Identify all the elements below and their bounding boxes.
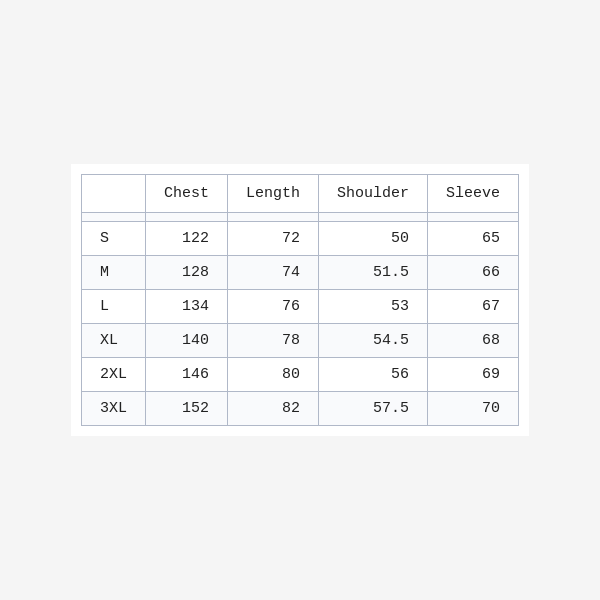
cell-sleeve: 69: [428, 358, 519, 392]
table-spacer-row: [81, 213, 518, 222]
cell-sleeve: 66: [428, 256, 519, 290]
cell-shoulder: 56: [319, 358, 428, 392]
cell-length: 80: [227, 358, 318, 392]
cell-length: 74: [227, 256, 318, 290]
cell-chest: 140: [145, 324, 227, 358]
table-row: 3XL1528257.570: [81, 392, 518, 426]
cell-shoulder: 50: [319, 222, 428, 256]
cell-size: S: [81, 222, 145, 256]
cell-chest: 152: [145, 392, 227, 426]
size-chart-table: Chest Length Shoulder Sleeve S122725065M…: [81, 174, 519, 426]
cell-chest: 134: [145, 290, 227, 324]
table-row: L134765367: [81, 290, 518, 324]
cell-chest: 122: [145, 222, 227, 256]
col-header-size: [81, 175, 145, 213]
table-row: 2XL146805669: [81, 358, 518, 392]
cell-sleeve: 65: [428, 222, 519, 256]
cell-size: XL: [81, 324, 145, 358]
cell-size: M: [81, 256, 145, 290]
table-header-row: Chest Length Shoulder Sleeve: [81, 175, 518, 213]
table-row: S122725065: [81, 222, 518, 256]
size-chart-wrapper: Chest Length Shoulder Sleeve S122725065M…: [71, 164, 529, 436]
cell-length: 72: [227, 222, 318, 256]
cell-length: 82: [227, 392, 318, 426]
col-header-chest: Chest: [145, 175, 227, 213]
col-header-length: Length: [227, 175, 318, 213]
cell-shoulder: 57.5: [319, 392, 428, 426]
cell-length: 78: [227, 324, 318, 358]
col-header-sleeve: Sleeve: [428, 175, 519, 213]
col-header-shoulder: Shoulder: [319, 175, 428, 213]
cell-shoulder: 54.5: [319, 324, 428, 358]
cell-size: 3XL: [81, 392, 145, 426]
cell-sleeve: 68: [428, 324, 519, 358]
table-row: XL1407854.568: [81, 324, 518, 358]
cell-shoulder: 51.5: [319, 256, 428, 290]
table-row: M1287451.566: [81, 256, 518, 290]
cell-sleeve: 67: [428, 290, 519, 324]
cell-chest: 146: [145, 358, 227, 392]
cell-size: L: [81, 290, 145, 324]
cell-size: 2XL: [81, 358, 145, 392]
cell-length: 76: [227, 290, 318, 324]
cell-shoulder: 53: [319, 290, 428, 324]
cell-sleeve: 70: [428, 392, 519, 426]
cell-chest: 128: [145, 256, 227, 290]
